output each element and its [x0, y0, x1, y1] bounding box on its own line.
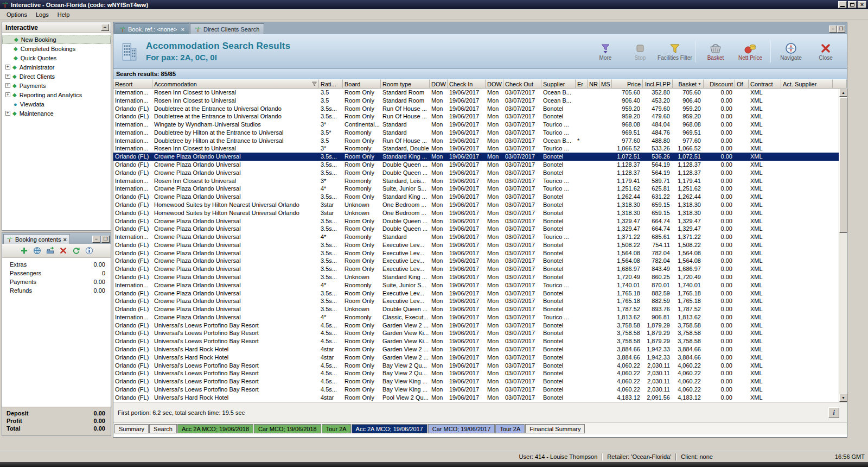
table-row[interactable]: Orlando (FL)Crowne Plaza Orlando Univers…: [113, 273, 847, 281]
table-row[interactable]: Orlando (FL)Crowne Plaza Orlando Univers…: [113, 217, 847, 225]
table-row[interactable]: Orlando (FL)Universal's Loews Portofino …: [113, 377, 847, 386]
navigate-button[interactable]: Navigate: [775, 41, 807, 62]
sidebar-item-reporting-and-analytics[interactable]: +◆Reporting and Analytics: [2, 90, 111, 99]
scroll-up-icon[interactable]: ▲: [839, 89, 847, 97]
table-row[interactable]: Orlando (FL)Universal's Loews Portofino …: [113, 362, 847, 370]
table-row[interactable]: Orlando (FL)Universal's Loews Portofino …: [113, 369, 847, 377]
menu-logs[interactable]: Logs: [31, 10, 53, 19]
expand-icon[interactable]: +: [5, 74, 10, 79]
bottom-tab-summary[interactable]: Summary: [114, 424, 149, 433]
nett-price-button[interactable]: Nett Price: [735, 41, 766, 62]
table-row[interactable]: Orlando (FL)Crowne Plaza Orlando Univers…: [113, 193, 847, 201]
table-row[interactable]: Orlando (FL)Universal's Loews Portofino …: [113, 337, 847, 345]
vertical-scrollbar[interactable]: ▲ ▼: [839, 89, 847, 402]
child-minimize-button[interactable]: −: [829, 26, 837, 33]
column-header-basket[interactable]: Basket▼: [673, 79, 704, 89]
minimize-button[interactable]: [838, 1, 847, 8]
globe-icon[interactable]: [33, 247, 41, 255]
table-row[interactable]: Orlando (FL)Crowne Plaza Orlando Univers…: [113, 225, 847, 233]
column-header-er[interactable]: Er: [576, 79, 588, 89]
booking-minimize-button[interactable]: −: [92, 236, 100, 243]
table-row[interactable]: Orlando (FL)Universal's Hard Rock Hotel4…: [113, 345, 847, 354]
menu-help[interactable]: Help: [53, 10, 74, 19]
column-header-act-supplier[interactable]: Act. Supplier: [781, 79, 833, 89]
bottom-tab-acc-2a-mco-19-06-2018[interactable]: Acc 2A MCO; 19/06/2018: [177, 424, 253, 433]
column-header-dow[interactable]: DOW: [486, 79, 503, 89]
bottom-tab-acc-2a-mco-19-06-2017[interactable]: Acc 2A MCO; 19/06/2017: [352, 424, 427, 433]
bottom-tab-financial-summary[interactable]: Financial Summary: [525, 424, 585, 433]
booking-contents-tab[interactable]: Booking contents ×: [3, 234, 70, 244]
table-row[interactable]: Orlando (FL)Crowne Plaza Orlando Univers…: [113, 257, 847, 265]
scrollbar-thumb[interactable]: [839, 97, 847, 233]
expand-icon[interactable]: +: [5, 92, 10, 97]
sidebar-item-completed-bookings[interactable]: ◆Completed Bookings: [2, 44, 111, 53]
column-header-supplier[interactable]: Supplier: [541, 79, 576, 89]
bottom-tab-car-mco-19-06-2017[interactable]: Car MCO; 19/06/2017: [428, 424, 495, 433]
column-header-room-type[interactable]: Room type: [381, 79, 430, 89]
menu-options[interactable]: Options: [2, 10, 31, 19]
table-row[interactable]: Orlando (FL)Crowne Plaza Orlando Univers…: [113, 153, 847, 161]
table-row[interactable]: Orlando (FL)Crowne Plaza Orlando Univers…: [113, 169, 847, 177]
tab-book-ref-none[interactable]: Book. ref.: <none>×: [114, 23, 189, 34]
sidebar-item-viewdata[interactable]: ●Viewdata: [2, 99, 111, 109]
sidebar-item-new-booking[interactable]: ◆New Booking: [2, 35, 111, 44]
expand-icon[interactable]: +: [5, 65, 10, 70]
table-row[interactable]: Orlando (FL)Universal's Loews Portofino …: [113, 321, 847, 330]
close-window-button[interactable]: ×: [858, 1, 866, 8]
collapse-panel-button[interactable]: −: [101, 24, 109, 31]
table-row[interactable]: Internation...Doubletree by Hilton at th…: [113, 129, 847, 137]
column-header-dow[interactable]: DOW: [430, 79, 448, 89]
table-row[interactable]: Internation...Rosen Inn Closest to Unive…: [113, 97, 847, 105]
column-header-accommodation[interactable]: Accommodation: [152, 79, 319, 89]
column-header-check-out[interactable]: Check Out: [503, 79, 541, 89]
more-button[interactable]: More: [590, 41, 621, 62]
facilities-filter-button[interactable]: Facilities Filter: [659, 41, 691, 62]
table-row[interactable]: Orlando (FL)Universal's Loews Portofino …: [113, 329, 847, 337]
table-row[interactable]: Internation...Crowne Plaza Orlando Unive…: [113, 313, 847, 321]
table-row[interactable]: Internation...Crowne Plaza Orlando Unive…: [113, 185, 847, 193]
table-row[interactable]: Internation...Rosen Inn Closest to Unive…: [113, 89, 847, 97]
expand-icon[interactable]: +: [5, 83, 10, 88]
table-row[interactable]: Orlando (FL)Homewood Suites by Hilton Ne…: [113, 209, 847, 217]
tab-close-icon[interactable]: ×: [181, 26, 184, 33]
table-row[interactable]: Orlando (FL)Crowne Plaza Orlando Univers…: [113, 265, 847, 273]
delete-icon[interactable]: [59, 247, 67, 255]
table-row[interactable]: Internation...Crowne Plaza Orlando Unive…: [113, 233, 847, 241]
column-header-resort[interactable]: Resort: [113, 79, 152, 89]
table-row[interactable]: Orlando (FL)Crowne Plaza Orlando Univers…: [113, 241, 847, 249]
refresh-icon[interactable]: [72, 247, 80, 255]
table-row[interactable]: Orlando (FL)Crowne Plaza Orlando Univers…: [113, 297, 847, 305]
column-header-rati[interactable]: Rati...: [319, 79, 343, 89]
assign-accommodation-icon[interactable]: [46, 247, 54, 255]
table-row[interactable]: Orlando (FL)Doubletree at the Entrance t…: [113, 105, 847, 113]
table-row[interactable]: Internation...Rosen Inn Closest to Unive…: [113, 177, 847, 185]
table-row[interactable]: Orlando (FL)Crowne Plaza Orlando Univers…: [113, 249, 847, 257]
sidebar-item-maintenance[interactable]: +◆Maintenance: [2, 109, 111, 118]
booking-contents-close-icon[interactable]: ×: [63, 236, 66, 243]
bottom-tab-tour-2a[interactable]: Tour 2A: [322, 424, 351, 433]
column-header-check-in[interactable]: Check In: [448, 79, 486, 89]
tab-direct-clients-search[interactable]: Direct Clients Search: [190, 23, 264, 34]
table-row[interactable]: Orlando (FL)Universal's Hard Rock Hotel4…: [113, 354, 847, 362]
column-header-incl-fl-pp[interactable]: Incl.Fl.PP: [643, 79, 673, 89]
table-row[interactable]: Orlando (FL)Universal's Hard Rock Hotel4…: [113, 394, 847, 402]
filter-funnel-icon[interactable]: [312, 81, 317, 86]
table-row[interactable]: Internation...Wingate by Wyndham-Univers…: [113, 121, 847, 129]
column-header-board[interactable]: Board: [343, 79, 381, 89]
column-header-of[interactable]: Of: [735, 79, 749, 89]
child-restore-button[interactable]: ❐: [837, 26, 845, 33]
bottom-tab-car-mco-19-06-2018[interactable]: Car MCO; 19/06/2018: [254, 424, 321, 433]
scroll-down-icon[interactable]: ▼: [839, 394, 847, 402]
table-row[interactable]: Internation...Doubletree by Hilton at th…: [113, 137, 847, 145]
table-row[interactable]: Orlando (FL)Crowne Plaza Orlando Univers…: [113, 289, 847, 298]
column-header-price[interactable]: Price: [612, 79, 643, 89]
add-icon[interactable]: [20, 247, 28, 255]
column-header-discount[interactable]: Discount: [704, 79, 735, 89]
table-row[interactable]: Internation...Rosen Inn Closest to Unive…: [113, 144, 847, 153]
table-row[interactable]: Orlando (FL)Homewood Suites by Hilton Ne…: [113, 201, 847, 209]
table-row[interactable]: Orlando (FL)Crowne Plaza Orlando Univers…: [113, 305, 847, 313]
table-row[interactable]: Orlando (FL)Crowne Plaza Orlando Univers…: [113, 161, 847, 169]
info-icon[interactable]: [85, 247, 93, 255]
basket-button[interactable]: Basket: [700, 41, 731, 62]
sidebar-item-direct-clients[interactable]: +◆Direct Clients: [2, 72, 111, 81]
